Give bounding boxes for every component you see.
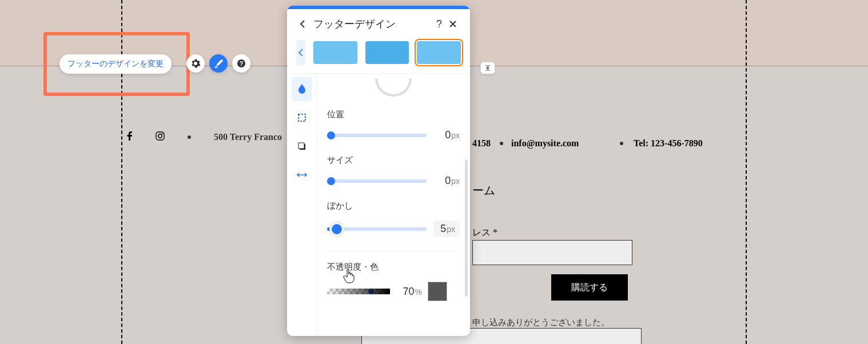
contact-line: 500 Terry Franco — [127, 131, 868, 143]
subscribe-button[interactable]: 購読する — [551, 274, 628, 301]
position-label: 位置 — [327, 109, 460, 120]
tab-fill[interactable] — [292, 77, 312, 101]
preset-row — [287, 37, 470, 74]
help-icon[interactable]: ? — [232, 54, 250, 73]
size-label: サイズ — [327, 155, 460, 166]
panel-side-tabs — [287, 74, 317, 336]
svg-rect-5 — [298, 114, 305, 121]
gear-icon[interactable] — [186, 54, 205, 73]
preset-3-active[interactable] — [417, 41, 461, 64]
preset-2[interactable] — [365, 41, 409, 64]
footer-tel: Tel: 123-456-7890 — [634, 138, 703, 149]
toolbar-icons: ? — [186, 54, 250, 73]
panel-help-button[interactable]: ? — [432, 17, 446, 31]
panel-close-button[interactable] — [446, 17, 460, 31]
svg-rect-7 — [298, 143, 304, 149]
blur-slider[interactable] — [327, 227, 427, 231]
panel-main: 位置 0px サイズ 0px ぼかし 5px — [317, 74, 470, 336]
color-swatch[interactable] — [428, 282, 447, 301]
brush-icon[interactable] — [209, 54, 228, 73]
instagram-icon[interactable] — [156, 131, 165, 143]
panel-body: 位置 0px サイズ 0px ぼかし 5px — [287, 74, 470, 336]
preset-1[interactable] — [313, 41, 357, 64]
position-control: 位置 0px — [327, 109, 460, 141]
resize-handle[interactable] — [480, 62, 495, 74]
tab-shadow[interactable] — [292, 134, 312, 158]
size-value: 0px — [433, 175, 460, 187]
change-footer-design-button[interactable]: フッターのデザインを変更 — [59, 54, 172, 74]
heading-fragment: ーム — [472, 183, 497, 198]
footer-design-panel: フッターデザイン ? — [287, 6, 470, 336]
size-control: サイズ 0px — [327, 155, 460, 187]
position-slider[interactable] — [327, 134, 427, 137]
footer-address: 500 Terry Franco — [214, 132, 282, 142]
guide-left — [121, 0, 122, 344]
scrollbar[interactable] — [465, 159, 468, 297]
blur-label: ぼかし — [327, 201, 460, 211]
svg-point-4 — [162, 133, 163, 134]
blur-control: ぼかし 5px — [327, 201, 460, 237]
footer-email: info@mysite.com — [511, 138, 579, 149]
bullet-icon — [188, 135, 191, 139]
svg-point-3 — [158, 134, 162, 138]
zip-fragment: 4158 — [472, 138, 491, 149]
prev-preset-button[interactable] — [296, 40, 305, 65]
guide-right — [746, 0, 747, 344]
right-column: ーム レス * — [472, 183, 497, 239]
svg-rect-2 — [156, 132, 164, 140]
tab-resize[interactable] — [292, 163, 312, 187]
thanks-text: 申し込みありがとうございました。 — [472, 317, 610, 328]
position-value: 0px — [433, 129, 460, 141]
divider — [327, 251, 460, 251]
back-button[interactable] — [297, 19, 308, 29]
panel-header: フッターデザイン ? — [287, 9, 470, 37]
size-slider[interactable] — [327, 179, 427, 183]
blur-value[interactable]: 5px — [433, 221, 460, 237]
opacity-value: 70% — [396, 286, 422, 298]
panel-title: フッターデザイン — [313, 17, 432, 31]
address-label-fragment: レス * — [472, 227, 497, 239]
facebook-icon[interactable] — [127, 131, 133, 143]
opacity-label: 不透明度・色 — [327, 262, 460, 273]
opacity-control: 不透明度・色 70% — [327, 262, 460, 301]
opacity-slider[interactable] — [327, 289, 390, 294]
subscribe-label: 購読する — [571, 282, 608, 294]
svg-text:?: ? — [240, 60, 244, 67]
address-input[interactable] — [472, 240, 632, 265]
tab-border[interactable] — [292, 106, 312, 130]
bullet-3 — [620, 137, 623, 147]
bullet-2 — [500, 137, 503, 147]
change-footer-design-label: フッターのデザインを変更 — [67, 59, 164, 68]
angle-arc[interactable] — [375, 78, 412, 97]
